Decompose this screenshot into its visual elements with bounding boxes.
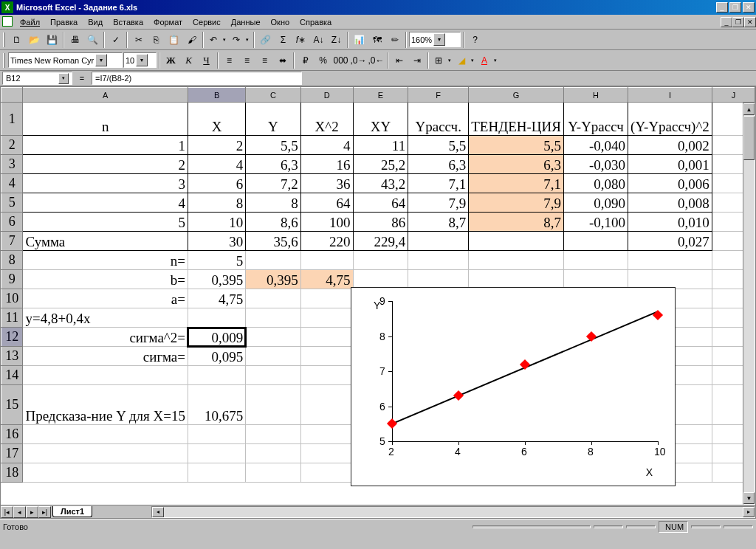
cell[interactable] (188, 308, 245, 328)
cell[interactable] (188, 463, 245, 483)
select-all-corner[interactable] (1, 88, 23, 103)
cell[interactable] (246, 366, 301, 385)
menu-edit[interactable]: Правка (45, 16, 83, 28)
cell[interactable] (300, 463, 353, 483)
row-header[interactable]: 17 (1, 444, 23, 463)
tab-nav-last[interactable]: ▸| (38, 506, 51, 518)
cell[interactable]: 0,395 (246, 270, 301, 289)
cut-button[interactable]: ✂ (130, 32, 147, 48)
undo-dropdown[interactable]: ▾ (221, 32, 228, 48)
cell[interactable] (23, 463, 188, 483)
cell[interactable] (246, 347, 301, 366)
cell[interactable] (563, 270, 628, 289)
size-combo[interactable]: 10▾ (123, 52, 157, 68)
cell[interactable]: n (23, 103, 188, 136)
menu-format[interactable]: Формат (148, 16, 188, 28)
cell[interactable] (188, 366, 245, 385)
formula-input[interactable]: =I7/(B8-2) (92, 72, 302, 85)
align-center-button[interactable]: ≡ (238, 52, 255, 69)
cell[interactable]: X^2 (300, 103, 353, 136)
cell[interactable]: 3 (23, 174, 188, 193)
cell[interactable]: 0,010 (628, 213, 712, 232)
row-header[interactable]: 16 (1, 425, 23, 444)
scroll-down-button[interactable]: ▼ (743, 492, 755, 504)
cell[interactable]: Сумма (23, 232, 188, 251)
fill-color-dropdown[interactable]: ▾ (469, 52, 476, 69)
cell[interactable]: ТЕНДЕН-ЦИЯ (469, 103, 564, 136)
row-header[interactable]: 11 (1, 308, 23, 328)
cell[interactable]: 5 (188, 251, 245, 270)
cell[interactable] (353, 270, 408, 289)
scroll-up-button[interactable]: ▲ (743, 103, 755, 115)
cell[interactable]: -0,030 (563, 155, 628, 174)
cell[interactable]: 10 (188, 213, 245, 232)
row-header[interactable]: 2 (1, 136, 23, 155)
row-header[interactable]: 3 (1, 155, 23, 174)
cell[interactable]: Y (246, 103, 301, 136)
cell[interactable] (469, 232, 564, 251)
cell[interactable]: сигма^2= (23, 328, 188, 347)
cell[interactable] (246, 463, 301, 483)
cell[interactable] (246, 328, 301, 347)
cell[interactable]: 6,3 (469, 155, 564, 174)
cell[interactable]: X (188, 103, 245, 136)
font-combo[interactable]: Times New Roman Cyr▾ (8, 52, 123, 68)
cell[interactable]: 8,7 (408, 213, 469, 232)
redo-dropdown[interactable]: ▾ (244, 32, 251, 48)
cell[interactable] (300, 366, 353, 385)
cell[interactable] (300, 444, 353, 463)
column-header[interactable]: G (469, 88, 564, 103)
column-header[interactable]: D (300, 88, 353, 103)
scroll-left-button[interactable]: ◂ (152, 507, 164, 517)
row-header[interactable]: 9 (1, 270, 23, 289)
cell[interactable]: 0,002 (628, 136, 712, 155)
cell[interactable] (300, 385, 353, 425)
open-button[interactable]: 📂 (26, 32, 43, 48)
close-button[interactable]: ✕ (743, 2, 755, 13)
row-header[interactable]: 12 (1, 328, 23, 347)
chevron-down-icon[interactable]: ▾ (58, 73, 69, 84)
cell[interactable]: 100 (300, 213, 353, 232)
cell[interactable]: n= (23, 251, 188, 270)
cell[interactable] (563, 251, 628, 270)
cell[interactable]: -0,100 (563, 213, 628, 232)
format-painter-button[interactable]: 🖌 (183, 32, 200, 48)
comma-button[interactable]: 000 (332, 52, 349, 69)
map-button[interactable]: 🗺 (368, 32, 385, 48)
cell[interactable]: 4 (188, 155, 245, 174)
cell[interactable]: 4,75 (188, 289, 245, 308)
sort-asc-button[interactable]: A↓ (310, 32, 327, 48)
cell[interactable] (246, 308, 301, 328)
zoom-combo[interactable]: 160%▾ (409, 32, 461, 47)
align-left-button[interactable]: ≡ (221, 52, 238, 69)
cell[interactable] (300, 308, 353, 328)
currency-button[interactable]: ₽ (297, 52, 314, 69)
copy-button[interactable]: ⎘ (148, 32, 165, 48)
spellcheck-button[interactable]: ✓ (107, 32, 124, 48)
cell[interactable]: 6,3 (408, 155, 469, 174)
cell[interactable]: 35,6 (246, 232, 301, 251)
cell[interactable]: 30 (188, 232, 245, 251)
cell[interactable] (246, 425, 301, 444)
percent-button[interactable]: % (315, 52, 331, 69)
column-header[interactable]: H (563, 88, 628, 103)
menu-file[interactable]: Файл (15, 16, 45, 28)
cell[interactable] (563, 232, 628, 251)
cell[interactable]: 0,027 (628, 232, 712, 251)
cell[interactable]: 7,2 (246, 174, 301, 193)
mdi-close-button[interactable]: ✕ (744, 17, 756, 27)
row-header[interactable]: 7 (1, 232, 23, 251)
cell[interactable]: 4,75 (300, 270, 353, 289)
cell[interactable] (188, 444, 245, 463)
cell[interactable] (408, 232, 469, 251)
undo-button[interactable]: ↶ (206, 32, 221, 48)
column-header[interactable]: I (628, 88, 712, 103)
cell[interactable]: 2 (188, 136, 245, 155)
cell[interactable]: 64 (300, 193, 353, 213)
autosum-button[interactable]: Σ (275, 32, 292, 48)
column-header[interactable]: A (23, 88, 188, 103)
row-header[interactable]: 1 (1, 103, 23, 136)
cell[interactable] (246, 444, 301, 463)
menu-insert[interactable]: Вставка (108, 16, 148, 28)
sort-desc-button[interactable]: Z↓ (328, 32, 345, 48)
